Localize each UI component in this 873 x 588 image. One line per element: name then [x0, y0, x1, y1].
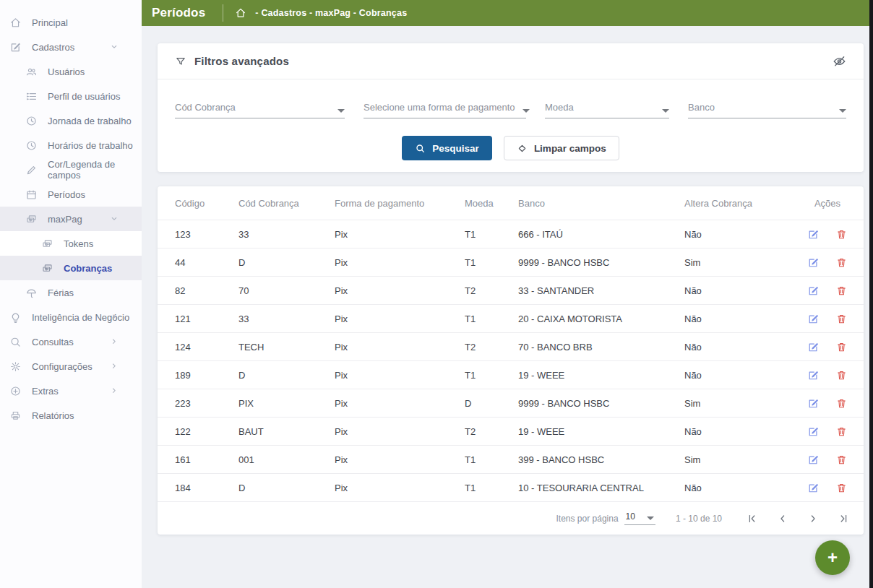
delete-icon[interactable] [835, 369, 848, 381]
delete-icon[interactable] [835, 482, 848, 494]
sidebar-item-label: Jornada de trabalho [48, 116, 132, 126]
sidebar-item-tokens[interactable]: Tokens [0, 231, 142, 256]
table-row: 124TECHPixT270 - BANCO BRBNão [158, 332, 864, 360]
edit-icon[interactable] [807, 228, 820, 241]
cell-banco: 399 - BANCO HSBC [501, 454, 667, 465]
table-row: 122BAUTPixT219 - WEEENão [158, 417, 864, 445]
filter-banco[interactable]: Banco [688, 97, 846, 118]
table-row: 161001PixT1399 - BANCO HSBCSim [158, 445, 864, 473]
cell-banco: 19 - WEEE [501, 370, 667, 381]
search-button[interactable]: Pesquisar [402, 136, 492, 160]
sidebar-item-usuarios[interactable]: Usuários [0, 59, 142, 84]
table-row: 189DPixT119 - WEEENão [158, 360, 864, 389]
filter-moeda[interactable]: Moeda [545, 97, 669, 118]
items-per-page-label: Itens por página [556, 514, 619, 524]
sidebar-item-extras[interactable]: Extras [0, 379, 142, 403]
sidebar-item-principal[interactable]: Principal [0, 10, 142, 35]
clock-icon [25, 115, 38, 127]
delete-icon[interactable] [835, 256, 848, 269]
delete-icon[interactable] [835, 397, 848, 410]
table-row: 223PIXPixD9999 - BANCO HSBCSim [158, 389, 864, 417]
clear-fields-button[interactable]: Limpar campos [504, 136, 619, 160]
money-icon [41, 262, 53, 274]
cell-codigo: 82 [158, 285, 221, 296]
cell-cod-cobranca: 70 [221, 285, 317, 296]
sidebar-item-maxpag[interactable]: maxPag [0, 207, 142, 231]
previous-page-icon[interactable] [777, 513, 788, 524]
sidebar-item-cadastros[interactable]: Cadastros [0, 35, 142, 59]
chevron-down-icon [110, 215, 119, 223]
cell-moeda: T1 [447, 454, 501, 465]
cell-banco: 20 - CAIXA MOTORISTA [501, 314, 667, 324]
table-row: 12333PixT1666 - ITAÚNão [158, 220, 864, 248]
cell-codigo: 124 [158, 342, 221, 353]
pagination-bar: Itens por página 10 1 - 10 de 10 [158, 501, 864, 535]
edit-icon[interactable] [807, 341, 820, 353]
sidebar-item-label: Cadastros [32, 42, 74, 53]
delete-icon[interactable] [835, 454, 848, 466]
next-page-icon[interactable] [807, 513, 819, 524]
sidebar-item-horarios-de-trabalho[interactable]: Horários de trabalho [0, 133, 142, 157]
items-per-page-select[interactable]: 10 [624, 511, 655, 525]
cell-codigo: 122 [158, 426, 221, 437]
edit-icon[interactable] [807, 397, 820, 410]
column-header: Cód Cobrança [221, 198, 317, 209]
page-title: Períodos [142, 6, 223, 20]
sidebar-item-perfil-de-usuarios[interactable]: Perfil de usuários [0, 84, 142, 108]
sidebar-item-inteligencia-de-negocio[interactable]: Inteligência de Negócio [0, 305, 142, 329]
filter-forma-pagamento[interactable]: Selecione uma forma de pagamento [364, 97, 526, 118]
delete-icon[interactable] [835, 313, 848, 325]
sidebar-item-label: Consultas [32, 337, 74, 347]
sidebar-item-label: Usuários [48, 66, 85, 77]
cell-actions [791, 397, 864, 410]
cell-moeda: T1 [447, 229, 501, 240]
cell-moeda: D [447, 398, 501, 409]
sidebar-item-consultas[interactable]: Consultas [0, 329, 142, 354]
delete-icon[interactable] [835, 341, 848, 353]
filter-label: Cód Cobrança [175, 102, 236, 113]
sidebar-item-relatorios[interactable]: Relatórios [0, 403, 142, 428]
sidebar-item-cobrancas[interactable]: Cobranças [0, 256, 142, 280]
edit-icon[interactable] [807, 285, 820, 297]
hide-filters-icon[interactable] [833, 54, 846, 68]
edit-icon[interactable] [807, 425, 820, 438]
filters-header: Filtros avançados [158, 43, 864, 79]
add-button[interactable]: + [815, 540, 850, 575]
cell-altera-cobranca: Não [667, 342, 791, 353]
sidebar-item-label: Tokens [64, 238, 93, 249]
sidebar-item-label: Horários de trabalho [48, 140, 133, 151]
sidebar-item-configuracoes[interactable]: Configurações [0, 354, 142, 379]
sidebar-item-periodos[interactable]: Períodos [0, 182, 142, 207]
window-edge-scrollbar[interactable] [869, 0, 873, 588]
gear-icon [9, 360, 22, 373]
edit-icon[interactable] [807, 482, 820, 494]
sidebar-item-label: Relatórios [32, 410, 74, 421]
cell-altera-cobranca: Sim [667, 454, 791, 465]
sidebar-item-jornada-de-trabalho[interactable]: Jornada de trabalho [0, 108, 142, 133]
cell-altera-cobranca: Não [667, 426, 791, 437]
edit-icon[interactable] [807, 256, 820, 269]
delete-icon[interactable] [835, 228, 848, 241]
cell-forma-pagamento: Pix [317, 314, 447, 324]
dropdown-arrow-icon [647, 516, 654, 520]
home-icon [9, 17, 22, 29]
table-header-row: Código Cód Cobrança Forma de pagamento M… [158, 186, 864, 220]
cell-forma-pagamento: Pix [317, 483, 447, 493]
sidebar-item-cor-legenda-de-campos[interactable]: Cor/Legenda de campos [0, 157, 142, 182]
cell-banco: 70 - BANCO BRB [501, 342, 667, 353]
last-page-icon[interactable] [838, 513, 849, 524]
filter-fields: Cód Cobrança Selecione uma forma de paga… [158, 79, 864, 118]
edit-icon[interactable] [807, 454, 820, 466]
filter-label: Selecione uma forma de pagamento [364, 102, 515, 113]
column-header: Forma de pagamento [317, 198, 447, 209]
first-page-icon[interactable] [747, 513, 758, 524]
sidebar-item-ferias[interactable]: Férias [0, 280, 142, 305]
delete-icon[interactable] [835, 425, 848, 438]
filter-buttons: Pesquisar Limpar campos [158, 118, 864, 172]
filter-cod-cobranca[interactable]: Cód Cobrança [175, 97, 345, 118]
home-icon[interactable] [235, 7, 246, 19]
chevron-right-icon [110, 337, 119, 346]
delete-icon[interactable] [835, 285, 848, 297]
edit-icon[interactable] [807, 313, 820, 325]
edit-icon[interactable] [807, 369, 820, 381]
